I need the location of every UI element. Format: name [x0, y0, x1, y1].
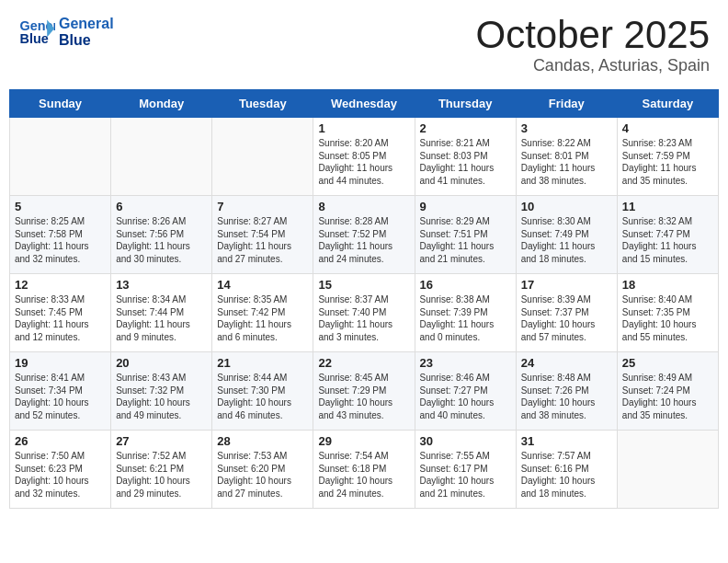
logo: General Blue General Blue [18, 14, 114, 51]
day-header-thursday: Thursday [415, 90, 516, 118]
day-info: Sunset: 7:44 PM [116, 306, 207, 319]
calendar-cell: 28Sunrise: 7:53 AMSunset: 6:20 PMDayligh… [212, 431, 313, 509]
calendar-cell: 1Sunrise: 8:20 AMSunset: 8:05 PMDaylight… [313, 118, 415, 196]
day-info: Sunset: 7:27 PM [420, 385, 511, 397]
calendar-cell [212, 118, 313, 196]
day-info: Sunrise: 8:34 AM [116, 293, 207, 306]
day-info: Daylight: 10 hours and 38 minutes. [521, 396, 612, 421]
day-info: Daylight: 10 hours and 21 minutes. [420, 475, 511, 500]
day-info: Sunrise: 8:48 AM [521, 372, 612, 385]
calendar-cell: 26Sunrise: 7:50 AMSunset: 6:23 PMDayligh… [10, 431, 111, 509]
day-header-saturday: Saturday [617, 90, 718, 118]
day-info: Sunset: 7:26 PM [521, 385, 612, 397]
day-number: 19 [15, 356, 106, 370]
day-number: 9 [420, 200, 511, 213]
day-info: Sunset: 7:32 PM [116, 385, 207, 397]
calendar-week-row: 5Sunrise: 8:25 AMSunset: 7:58 PMDaylight… [10, 196, 719, 274]
calendar-cell: 16Sunrise: 8:38 AMSunset: 7:39 PMDayligh… [415, 274, 516, 352]
day-info: Sunset: 7:29 PM [318, 385, 409, 397]
day-info: Sunrise: 8:23 AM [622, 137, 713, 150]
calendar-cell: 3Sunrise: 8:22 AMSunset: 8:01 PMDaylight… [516, 118, 617, 196]
calendar-week-row: 12Sunrise: 8:33 AMSunset: 7:45 PMDayligh… [10, 274, 719, 352]
day-info: Daylight: 11 hours and 30 minutes. [116, 240, 207, 265]
day-info: Sunset: 7:45 PM [15, 306, 106, 319]
day-info: Sunset: 7:42 PM [217, 306, 308, 319]
calendar-cell: 2Sunrise: 8:21 AMSunset: 8:03 PMDaylight… [415, 118, 516, 196]
day-number: 10 [521, 200, 612, 213]
day-info: Sunrise: 8:49 AM [622, 372, 713, 385]
day-info: Sunrise: 8:29 AM [420, 215, 511, 228]
calendar-cell: 13Sunrise: 8:34 AMSunset: 7:44 PMDayligh… [111, 274, 212, 352]
day-info: Sunrise: 7:54 AM [318, 450, 409, 463]
day-info: Sunset: 7:49 PM [521, 228, 612, 241]
calendar-header-row: SundayMondayTuesdayWednesdayThursdayFrid… [10, 90, 719, 118]
calendar-cell: 18Sunrise: 8:40 AMSunset: 7:35 PMDayligh… [617, 274, 718, 352]
day-info: Daylight: 10 hours and 49 minutes. [116, 396, 207, 421]
day-number: 31 [521, 434, 612, 448]
calendar-cell: 15Sunrise: 8:37 AMSunset: 7:40 PMDayligh… [313, 274, 415, 352]
calendar-cell: 31Sunrise: 7:57 AMSunset: 6:16 PMDayligh… [516, 431, 617, 509]
calendar-week-row: 1Sunrise: 8:20 AMSunset: 8:05 PMDaylight… [10, 118, 719, 196]
calendar-cell: 14Sunrise: 8:35 AMSunset: 7:42 PMDayligh… [212, 274, 313, 352]
day-info: Sunset: 7:59 PM [622, 150, 713, 163]
day-info: Sunset: 7:37 PM [521, 306, 612, 319]
day-number: 2 [420, 121, 511, 135]
day-info: Daylight: 10 hours and 32 minutes. [15, 475, 106, 500]
day-info: Sunset: 7:54 PM [217, 228, 308, 241]
location-title: Candas, Asturias, Spain [475, 56, 710, 75]
day-info: Daylight: 11 hours and 32 minutes. [15, 240, 106, 265]
day-info: Sunrise: 8:28 AM [318, 215, 409, 228]
title-block: October 2025 Candas, Asturias, Spain [475, 14, 710, 75]
day-info: Sunset: 7:30 PM [217, 385, 308, 397]
calendar-cell: 10Sunrise: 8:30 AMSunset: 7:49 PMDayligh… [516, 196, 617, 274]
day-info: Daylight: 11 hours and 41 minutes. [420, 162, 511, 187]
day-info: Sunset: 8:05 PM [318, 150, 409, 163]
page-header: General Blue General Blue October 2025 C… [9, 9, 719, 80]
calendar-cell: 24Sunrise: 8:48 AMSunset: 7:26 PMDayligh… [516, 352, 617, 431]
day-header-tuesday: Tuesday [212, 90, 313, 118]
day-info: Sunset: 8:01 PM [521, 150, 612, 163]
day-info: Daylight: 10 hours and 43 minutes. [318, 396, 409, 421]
day-info: Sunrise: 8:25 AM [15, 215, 106, 228]
day-number: 28 [217, 434, 308, 448]
day-number: 15 [318, 278, 409, 292]
day-info: Sunrise: 8:38 AM [420, 293, 511, 306]
day-number: 29 [318, 434, 409, 448]
day-info: Sunrise: 7:53 AM [217, 450, 308, 463]
day-info: Daylight: 10 hours and 35 minutes. [622, 396, 713, 421]
day-number: 20 [116, 356, 207, 370]
day-info: Sunset: 7:56 PM [116, 228, 207, 241]
day-number: 21 [217, 356, 308, 370]
calendar-cell: 29Sunrise: 7:54 AMSunset: 6:18 PMDayligh… [313, 431, 415, 509]
day-header-sunday: Sunday [10, 90, 111, 118]
month-title: October 2025 [475, 14, 710, 56]
calendar-cell: 22Sunrise: 8:45 AMSunset: 7:29 PMDayligh… [313, 352, 415, 431]
day-number: 30 [420, 434, 511, 448]
day-info: Sunset: 7:40 PM [318, 306, 409, 319]
day-info: Daylight: 10 hours and 52 minutes. [15, 396, 106, 421]
day-number: 26 [15, 434, 106, 448]
day-info: Daylight: 10 hours and 46 minutes. [217, 396, 308, 421]
calendar-cell: 23Sunrise: 8:46 AMSunset: 7:27 PMDayligh… [415, 352, 516, 431]
day-info: Daylight: 11 hours and 38 minutes. [521, 162, 612, 187]
day-info: Sunrise: 8:27 AM [217, 215, 308, 228]
day-info: Sunrise: 8:33 AM [15, 293, 106, 306]
day-info: Sunset: 7:51 PM [420, 228, 511, 241]
calendar-cell: 27Sunrise: 7:52 AMSunset: 6:21 PMDayligh… [111, 431, 212, 509]
day-info: Sunrise: 8:35 AM [217, 293, 308, 306]
day-info: Sunset: 7:39 PM [420, 306, 511, 319]
day-number: 6 [116, 200, 207, 213]
day-info: Sunrise: 8:30 AM [521, 215, 612, 228]
day-info: Sunrise: 8:32 AM [622, 215, 713, 228]
day-info: Sunset: 7:52 PM [318, 228, 409, 241]
calendar-table: SundayMondayTuesdayWednesdayThursdayFrid… [9, 89, 719, 509]
day-header-monday: Monday [111, 90, 212, 118]
day-info: Sunrise: 7:55 AM [420, 450, 511, 463]
day-info: Daylight: 11 hours and 35 minutes. [622, 162, 713, 187]
day-info: Sunset: 6:17 PM [420, 463, 511, 476]
calendar-week-row: 26Sunrise: 7:50 AMSunset: 6:23 PMDayligh… [10, 431, 719, 509]
day-number: 22 [318, 356, 409, 370]
day-number: 17 [521, 278, 612, 292]
day-info: Daylight: 10 hours and 18 minutes. [521, 475, 612, 500]
day-number: 3 [521, 121, 612, 135]
